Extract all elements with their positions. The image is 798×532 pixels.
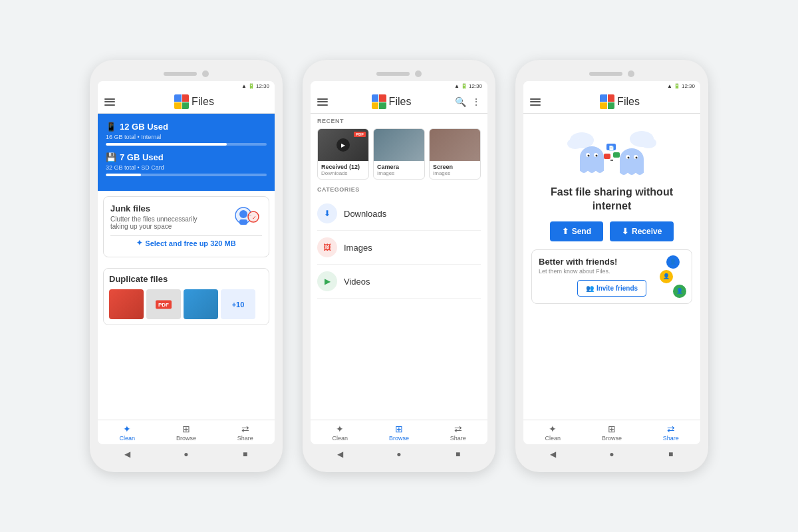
thumb-3: [184, 289, 218, 319]
hamburger-icon[interactable]: [104, 98, 115, 106]
svg-point-14: [588, 155, 590, 157]
receive-icon: ⬇: [622, 227, 628, 236]
sharing-hero: 📄 Fast file sharing without internet ⬆ S…: [523, 114, 700, 420]
categories-section: CATEGORIES ⬇ Downloads 🖼 Images ▶: [311, 182, 487, 420]
hamburger-icon-2[interactable]: [317, 98, 328, 106]
search-icon[interactable]: 🔍: [455, 96, 466, 107]
svg-rect-25: [613, 152, 620, 158]
signal-icon: ▲: [241, 83, 247, 89]
downloads-icon: ⬇: [324, 209, 331, 218]
phone-1-screen: ▲ 🔋 12:30 Files: [98, 81, 275, 444]
share-icon: ⇄: [241, 424, 249, 434]
app-title-3: Files: [617, 96, 640, 108]
recent-card-2[interactable]: Screen Images: [429, 128, 481, 180]
thumb-1: [109, 289, 144, 319]
home-btn-3[interactable]: ●: [606, 448, 618, 460]
app-header-title-2: Files: [333, 94, 450, 109]
speaker: [164, 72, 197, 76]
hamburger-icon-3[interactable]: [530, 98, 541, 106]
share-icon-2: ⇄: [454, 424, 462, 434]
svg-point-15: [596, 155, 598, 157]
phone-3-notch: [523, 70, 700, 77]
browse-icon-3: ⊞: [608, 424, 616, 434]
svg-point-1: [239, 210, 247, 218]
home-btn-2[interactable]: ●: [393, 448, 405, 460]
nav-clean-1[interactable]: ✦ Clean: [98, 423, 157, 443]
recent-sub-0: Downloads: [321, 170, 365, 176]
more-icon[interactable]: ⋮: [471, 96, 481, 107]
back-btn[interactable]: ◀: [121, 448, 133, 460]
svg-rect-2: [239, 219, 247, 225]
sd-icon: 💾: [106, 152, 116, 162]
category-videos[interactable]: ▶ Videos: [317, 265, 481, 299]
nav-browse-2[interactable]: ⊞ Browse: [370, 423, 429, 443]
play-icon: ▶: [336, 138, 350, 152]
recent-section: RECENT ▶ PDF Received (12) Downloads: [311, 114, 487, 182]
videos-icon-wrap: ▶: [317, 271, 337, 291]
nav-share-3[interactable]: ⇄ Share: [641, 423, 700, 443]
receive-button[interactable]: ⬇ Receive: [610, 221, 674, 241]
phone-1-notch: [98, 70, 275, 77]
svg-text:✓: ✓: [252, 215, 257, 221]
svg-point-21: [636, 157, 638, 159]
clean-icon: ✦: [123, 424, 131, 434]
camera-3: [628, 70, 634, 77]
svg-point-20: [628, 157, 630, 159]
category-images[interactable]: 🖼 Images: [317, 231, 481, 265]
recent-thumb-2: [430, 129, 480, 161]
svg-rect-24: [604, 154, 610, 159]
phone-2: ▲ 🔋 12:30 Files 🔍 ⋮: [303, 60, 495, 472]
downloads-icon-wrap: ⬇: [317, 203, 337, 223]
phone-2-content: RECENT ▶ PDF Received (12) Downloads: [311, 114, 487, 420]
recent-btn-2[interactable]: ■: [452, 448, 464, 460]
sd-storage: 💾 7 GB Used 32 GB total • SD Card: [106, 152, 267, 176]
home-btn[interactable]: ●: [180, 448, 192, 460]
battery-icon: 🔋: [248, 83, 255, 89]
free-up-button[interactable]: ✦ Select and free up 320 MB: [110, 235, 262, 250]
recent-card-0[interactable]: ▶ PDF Received (12) Downloads: [317, 128, 369, 180]
recent-info-0: Received (12) Downloads: [318, 161, 368, 179]
svg-point-9: [640, 138, 656, 148]
recent-thumb-0: ▶ PDF: [318, 129, 368, 161]
camera: [202, 70, 209, 77]
thumb-more: +10: [221, 289, 255, 319]
nav-share-1[interactable]: ⇄ Share: [215, 423, 275, 443]
recent-card-1[interactable]: Camera Images: [373, 128, 425, 180]
recent-btn[interactable]: ■: [239, 448, 251, 460]
share-icon-3: ⇄: [667, 424, 675, 434]
bottom-nav-1: ✦ Clean ⊞ Browse ⇄ Share: [98, 420, 275, 444]
nav-share-2[interactable]: ⇄ Share: [428, 423, 487, 443]
recent-name-2: Screen: [433, 164, 477, 170]
internal-storage-label: 📱 12 GB Used: [106, 122, 267, 132]
phone-3-content: 📄 Fast file sharing without internet ⬆ S…: [523, 114, 700, 420]
category-downloads[interactable]: ⬇ Downloads: [317, 197, 481, 231]
battery-icon-3: 🔋: [674, 83, 680, 89]
nav-clean-3[interactable]: ✦ Clean: [523, 423, 583, 443]
sd-progress-fill: [106, 174, 141, 176]
category-name-videos: Videos: [344, 277, 370, 287]
svg-point-7: [567, 138, 583, 149]
share-buttons: ⬆ Send ⬇ Receive: [550, 221, 674, 241]
camera-2: [415, 70, 422, 77]
time: 12:30: [256, 83, 269, 89]
clean-icon-2: ✦: [336, 424, 344, 434]
back-btn-2[interactable]: ◀: [334, 448, 346, 460]
clean-icon-3: ✦: [549, 424, 557, 434]
status-bar-2: ▲ 🔋 12:30: [311, 81, 487, 90]
header-icons-2: 🔍 ⋮: [455, 96, 481, 107]
category-name-downloads: Downloads: [344, 209, 386, 219]
recent-btn-3[interactable]: ■: [665, 448, 677, 460]
images-icon: 🖼: [323, 243, 331, 252]
junk-desc: Clutter the files unnecessarily taking u…: [110, 215, 217, 230]
recent-info-2: Screen Images: [430, 161, 480, 179]
send-button[interactable]: ⬆ Send: [550, 221, 603, 241]
nav-clean-2[interactable]: ✦ Clean: [311, 423, 370, 443]
sd-progress-bar: [106, 174, 267, 176]
signal-icon-3: ▲: [667, 83, 672, 89]
back-btn-3[interactable]: ◀: [547, 448, 559, 460]
invite-button[interactable]: 👥 Invite friends: [577, 280, 646, 297]
nav-browse-3[interactable]: ⊞ Browse: [583, 423, 642, 443]
videos-icon: ▶: [325, 277, 331, 286]
nav-browse-1[interactable]: ⊞ Browse: [157, 423, 216, 443]
sd-storage-label: 💾 7 GB Used: [106, 152, 267, 162]
